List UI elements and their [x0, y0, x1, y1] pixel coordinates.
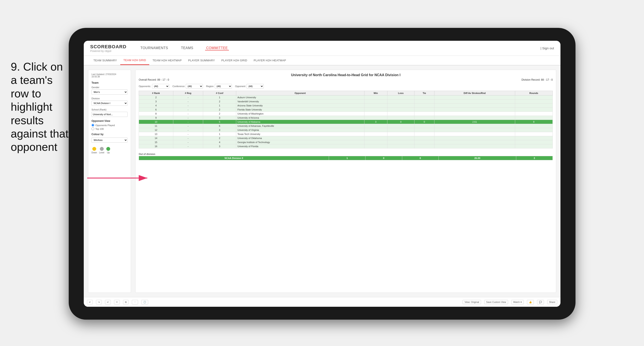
- table-row[interactable]: 2-1Auburn University: [139, 95, 553, 99]
- cell-loss: [388, 116, 414, 120]
- opponent-filter-select[interactable]: (All): [246, 84, 264, 89]
- cell-opponent: Georgia Institute of Technology: [236, 140, 364, 144]
- cell-reg: -: [173, 116, 203, 120]
- tablet-shell: SCOREBOARD Powered by clippd TOURNAMENTS…: [69, 28, 576, 320]
- cell-loss: [388, 128, 414, 132]
- grid-filters: Opponents: (All) Conference (All) Region: [139, 84, 553, 89]
- ncaa-div-loss: 0: [366, 156, 402, 160]
- table-row[interactable]: 16-3University of Florida: [139, 144, 553, 148]
- conference-filter-select[interactable]: (All): [186, 84, 203, 89]
- main-content: Last Updated: 27/03/2024 16:55:38 Team G…: [84, 65, 560, 297]
- cell-diff: [434, 99, 515, 104]
- nav-tournaments[interactable]: TOURNAMENTS: [139, 46, 169, 50]
- table-row[interactable]: 11-6University of Arkansas, Fayetteville: [139, 124, 553, 128]
- col-opponent: Opponent: [236, 91, 364, 95]
- region-filter-select[interactable]: (All): [215, 84, 232, 89]
- cell-conf: 1: [203, 132, 236, 136]
- table-row[interactable]: 8-2University of Washington: [139, 112, 553, 116]
- cell-tie: [414, 136, 434, 140]
- sub-nav-player-h2h-heatmap[interactable]: PLAYER H2H HEATMAP: [250, 56, 289, 65]
- cut-btn[interactable]: ✂: [114, 300, 120, 304]
- cell-rank: 8: [139, 112, 173, 116]
- cell-win: [364, 132, 387, 136]
- cell-conf: 1: [203, 95, 236, 99]
- radio-opponents-played[interactable]: Opponents Played: [92, 124, 128, 127]
- copy-btn[interactable]: ⧉: [123, 300, 129, 304]
- cell-rounds: [515, 128, 552, 132]
- save-custom-btn[interactable]: Save Custom View: [484, 300, 508, 304]
- cell-tie: [414, 108, 434, 112]
- nav-committee[interactable]: COMMITTEE: [205, 46, 229, 50]
- h2h-table: # Rank # Reg # Conf Opponent Win Loss Ti…: [139, 91, 553, 148]
- cell-loss: 0: [388, 120, 414, 124]
- cell-reg: -: [173, 108, 203, 112]
- clock-btn[interactable]: 🕐: [141, 300, 148, 304]
- team-section-title: Team: [92, 81, 128, 84]
- school-input[interactable]: [92, 112, 128, 117]
- cell-tie: [414, 124, 434, 128]
- cell-win: [364, 112, 387, 116]
- overall-record: Overall Record: 89 - 17 - 0: [139, 78, 169, 81]
- more-btn[interactable]: ⋯: [132, 300, 138, 304]
- watch-btn[interactable]: Watch ▾: [511, 300, 524, 304]
- nav-teams[interactable]: TEAMS: [180, 46, 194, 50]
- ncaa-div-diff: 26.00: [438, 156, 516, 160]
- table-row[interactable]: 6-2Florida State University: [139, 108, 553, 112]
- undo2-btn[interactable]: ↩: [105, 300, 111, 304]
- col-loss: Loss: [388, 91, 414, 95]
- cell-reg: -: [173, 99, 203, 104]
- table-row[interactable]: 10-5University of Alabama3002.618: [139, 120, 553, 124]
- cell-win: [364, 136, 387, 140]
- cell-tie: 0: [414, 120, 434, 124]
- table-row[interactable]: 4-1Arizona State University: [139, 104, 553, 108]
- colour-by-select[interactable]: Win/loss: [92, 137, 128, 143]
- cell-reg: -: [173, 136, 203, 140]
- last-updated: Last Updated: 27/03/2024 16:55:38: [92, 73, 128, 78]
- filter-region: Region (All): [206, 84, 232, 89]
- ncaa-division-row[interactable]: NCAA Division II 1 0 0 26.00 3: [139, 156, 553, 160]
- sign-out-link[interactable]: | Sign out: [540, 46, 554, 50]
- sub-nav-team-h2h-heatmap[interactable]: TEAM H2H HEATMAP: [149, 56, 185, 65]
- sub-nav-player-h2h-grid[interactable]: PLAYER H2H GRID: [218, 56, 250, 65]
- table-row[interactable]: 3-2Vanderbilt University: [139, 99, 553, 104]
- cell-rounds: [515, 124, 552, 128]
- cell-rank: 11: [139, 124, 173, 128]
- cell-conf: 2: [203, 112, 236, 116]
- tablet-screen: SCOREBOARD Powered by clippd TOURNAMENTS…: [84, 41, 560, 307]
- share-btn[interactable]: Share: [547, 300, 557, 304]
- cell-loss: [388, 95, 414, 99]
- cell-diff: [434, 112, 515, 116]
- sub-nav-team-h2h-grid[interactable]: TEAM H2H GRID: [120, 56, 150, 65]
- table-row[interactable]: 14-2University of Oklahoma: [139, 136, 553, 140]
- ncaa-div-label: NCAA Division II: [139, 156, 329, 160]
- col-rank: # Rank: [139, 91, 173, 95]
- legend-down-icon: [92, 147, 96, 151]
- col-tie: Tie: [414, 91, 434, 95]
- view-original-btn[interactable]: View: Original: [462, 300, 481, 304]
- instruction-body: Click on a team's row to highlight resul…: [11, 60, 68, 153]
- opponents-filter-select[interactable]: (All): [152, 84, 169, 89]
- cell-opponent: Texas Tech University: [236, 132, 364, 136]
- table-row[interactable]: 9-3University of Arizona: [139, 116, 553, 120]
- cell-tie: [414, 144, 434, 148]
- thumb-btn[interactable]: 👍: [527, 300, 534, 304]
- undo-btn[interactable]: ↩: [87, 300, 93, 304]
- cell-reg: -: [173, 124, 203, 128]
- filter-conference: Conference (All): [172, 84, 203, 89]
- gender-select[interactable]: Men's: [92, 89, 128, 95]
- radio-top-100[interactable]: Top 100: [92, 127, 128, 130]
- cell-reg: -: [173, 112, 203, 116]
- cell-opponent: University of Oklahoma: [236, 136, 364, 140]
- division-select[interactable]: NCAA Division I: [92, 101, 128, 106]
- sub-nav-team-summary[interactable]: TEAM SUMMARY: [90, 56, 120, 65]
- sub-nav-player-summary[interactable]: PLAYER SUMMARY: [185, 56, 218, 65]
- logo-sub: Powered by clippd: [90, 49, 126, 52]
- redo-btn[interactable]: ↪: [96, 300, 102, 304]
- cell-win: [364, 116, 387, 120]
- comment-btn[interactable]: 💬: [537, 300, 544, 304]
- cell-rank: 6: [139, 108, 173, 112]
- table-row[interactable]: 12-3University of Virginia: [139, 128, 553, 132]
- table-row[interactable]: 13-1Texas Tech University: [139, 132, 553, 136]
- colour-by-title: Colour by: [92, 133, 128, 136]
- table-row[interactable]: 15-4Georgia Institute of Technology: [139, 140, 553, 144]
